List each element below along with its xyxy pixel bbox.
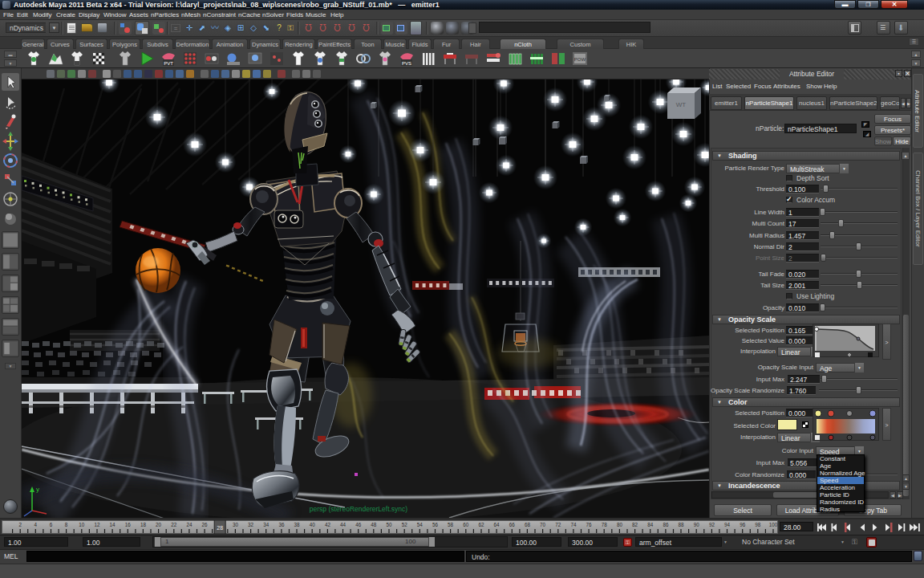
svg-text:20: 20 <box>156 522 162 527</box>
svg-text:10: 10 <box>79 522 85 527</box>
svg-text:y: y <box>36 486 39 493</box>
svg-text:22: 22 <box>171 522 177 527</box>
svg-text:46: 46 <box>355 522 362 527</box>
svg-text:34: 34 <box>263 522 270 527</box>
svg-text:50: 50 <box>386 522 392 527</box>
svg-text:62: 62 <box>478 522 484 527</box>
svg-text:80: 80 <box>617 522 623 527</box>
svg-text:42: 42 <box>325 522 331 527</box>
svg-text:2: 2 <box>18 522 22 527</box>
svg-text:24: 24 <box>186 522 192 527</box>
svg-text:66: 66 <box>509 522 516 527</box>
svg-text:72: 72 <box>555 522 561 527</box>
svg-text:98: 98 <box>755 522 761 527</box>
svg-text:84: 84 <box>647 522 654 527</box>
svg-text:92: 92 <box>709 522 715 527</box>
svg-text:70: 70 <box>540 522 546 527</box>
svg-text:52: 52 <box>402 522 408 527</box>
svg-text:4: 4 <box>34 522 38 527</box>
svg-text:8: 8 <box>65 522 68 527</box>
svg-text:82: 82 <box>632 522 638 527</box>
svg-text:6: 6 <box>50 522 53 527</box>
svg-text:16: 16 <box>125 522 132 527</box>
svg-text:64: 64 <box>494 522 500 527</box>
svg-text:28: 28 <box>217 525 223 531</box>
svg-text:PVT: PVT <box>164 61 173 66</box>
svg-text:96: 96 <box>740 522 746 527</box>
svg-text:32: 32 <box>248 522 254 527</box>
svg-text:30: 30 <box>233 522 239 527</box>
svg-text:36: 36 <box>278 522 285 527</box>
svg-text:54: 54 <box>417 522 424 527</box>
svg-text:26: 26 <box>202 522 209 527</box>
svg-text:POW: POW <box>574 57 586 62</box>
svg-text:38: 38 <box>294 522 300 527</box>
svg-text:12: 12 <box>94 522 100 527</box>
svg-text:60: 60 <box>463 522 469 527</box>
svg-text:88: 88 <box>678 522 684 527</box>
svg-text:40: 40 <box>310 522 316 527</box>
svg-text:WT: WT <box>676 101 687 108</box>
svg-text:58: 58 <box>448 522 454 527</box>
svg-text:78: 78 <box>602 522 608 527</box>
svg-text:76: 76 <box>586 522 593 527</box>
svg-text:94: 94 <box>724 522 731 527</box>
svg-text:14: 14 <box>110 522 116 527</box>
svg-text:68: 68 <box>525 522 531 527</box>
svg-text:48: 48 <box>371 522 377 527</box>
svg-text:100: 100 <box>769 522 778 527</box>
svg-text:persp (stereoRendererLeft.sync: persp (stereoRendererLeft.sync) <box>310 505 408 513</box>
svg-text:90: 90 <box>694 522 700 527</box>
svg-text:44: 44 <box>340 522 346 527</box>
svg-text:PVS: PVS <box>402 61 411 66</box>
svg-text:86: 86 <box>663 522 669 527</box>
svg-text:18: 18 <box>140 522 147 527</box>
svg-text:74: 74 <box>570 522 577 527</box>
svg-text:56: 56 <box>432 522 439 527</box>
